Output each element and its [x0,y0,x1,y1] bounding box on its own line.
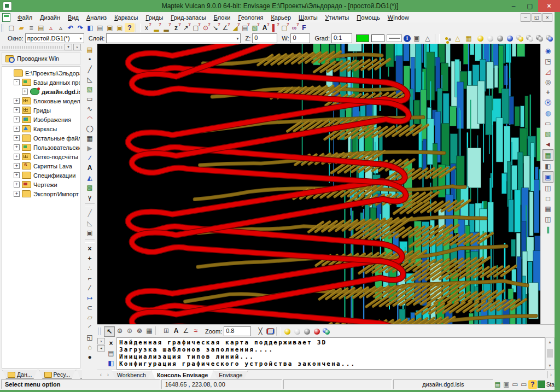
query-grade-icon[interactable]: ◢? [230,23,240,32]
contour-icon[interactable]: ≈ [191,326,201,336]
select-mode-icon[interactable]: ↖ [104,326,115,337]
image-insert-icon[interactable]: ▩ [85,183,95,192]
3d-viewport[interactable] [97,44,540,324]
point-blue-icon[interactable] [505,34,515,43]
snap-grid-icon[interactable]: ▦ [144,326,154,336]
dock-tab-Ресу[interactable]: Ресу... [39,370,76,379]
segment-tool-icon[interactable]: ╱ [85,208,95,218]
new-document-icon[interactable]: ▢ [7,23,16,32]
menu-window[interactable]: Window [384,13,413,22]
scroll-down-icon[interactable]: ▼ [546,361,554,369]
console-output[interactable]: Найденная графическая карта поддерживает… [116,337,545,370]
fill-swatch[interactable] [371,34,385,43]
panel-close-button[interactable]: × [73,44,81,50]
query-link-icon[interactable]: ∞? [289,23,299,32]
bomb-tool-icon[interactable]: ● [85,352,95,362]
menu-блоки[interactable]: Блоки [210,13,235,22]
dock-tab-Дан[interactable]: Дан... [2,370,38,379]
file-list-icon[interactable]: ≡ [26,23,36,32]
console-collapse-button[interactable]: ◂ [97,345,105,352]
menu-файл[interactable]: Файл [14,13,36,22]
view-wireframe-icon[interactable]: ◧ [543,161,553,171]
trim-tool-icon[interactable]: ⁄ [85,283,95,293]
tree-item[interactable]: +Блоковые модели [2,96,80,106]
draw-pen-icon[interactable]: ∕ [85,153,95,163]
menu-карьер[interactable]: Карьер [267,13,295,22]
tree-item[interactable]: +Изображения [2,115,80,124]
menu-грид-запасы[interactable]: Грид-запасы [167,13,209,22]
point-yellow-icon[interactable] [476,34,486,43]
console-close-button[interactable]: × [97,338,105,344]
layer-combo[interactable]: ▾ [106,33,241,43]
connect-points-icon[interactable] [442,34,452,43]
tree-item[interactable]: +Сетко-подсчёты [2,152,80,161]
slice-view-icon[interactable]: ∥ [543,224,553,235]
tree-item[interactable]: +Гриды [2,106,80,115]
tree-item[interactable]: +Каркасы [2,124,80,133]
text-style-icon[interactable]: ◭ [85,173,95,183]
ball-red-icon[interactable] [312,327,322,336]
label-icon[interactable]: A [171,326,181,336]
measure-elevation-icon[interactable]: z? [171,23,181,32]
info-icon[interactable]: i [404,35,411,42]
tree-item[interactable]: +Остальные файлы [2,133,80,143]
expand-icon[interactable]: + [14,182,20,188]
menu-гриды[interactable]: Гриды [142,13,167,22]
move-object-icon[interactable]: + [85,254,95,264]
function-keys-icon[interactable]: F [299,23,309,32]
open-folder-icon[interactable]: ▰ [16,23,26,32]
pair-gray-icon[interactable] [535,34,545,43]
menu-шахты[interactable]: Шахты [295,13,322,22]
point-tool-icon[interactable]: • [85,55,95,65]
expand-icon[interactable]: + [14,144,20,150]
measure-horizontal-icon[interactable]: ▂? [161,23,171,32]
tray-window-icon[interactable]: ▣ [502,380,511,389]
tree-item[interactable]: -Базы данных проекта [2,78,80,87]
cad-arrow-icon[interactable]: ▶ [85,143,95,153]
tray-help-icon[interactable]: ? [528,380,537,389]
3d-scene[interactable] [97,44,540,324]
minimize-button[interactable]: – [505,0,522,12]
fillet-tool-icon[interactable]: ◜ [85,323,95,332]
arc-tool-icon[interactable]: ◠ [85,114,95,124]
query-bearing-icon[interactable]: ↘? [211,23,220,32]
fence-icon[interactable]: ⊞ [161,326,171,336]
tree-item[interactable]: +Экспорт/Импорт [2,189,80,198]
pan-view-icon[interactable]: + [543,87,553,97]
ball-pair-icon[interactable] [322,327,331,336]
mdi-close-button[interactable]: × [542,13,552,22]
pick-home-icon[interactable]: ⌂ [85,342,95,352]
tray-journal-icon[interactable]: ▤ [493,380,502,389]
tab-workbench[interactable]: Workbench [112,370,151,379]
console-clear-icon[interactable]: × [106,338,116,348]
scroll-up-icon[interactable]: ▲ [546,338,554,346]
text-tool-icon[interactable]: A [85,163,95,173]
ellipse-tool-icon[interactable]: ◯ [85,124,95,133]
center-point-icon[interactable]: ⊕ [115,326,125,336]
menu-геология[interactable]: Геология [234,13,267,22]
expand-icon[interactable]: + [14,107,20,113]
menu-помощь[interactable]: Помощь [353,13,384,22]
grid-points-icon[interactable]: ▦ [85,133,95,143]
image-edit-icon[interactable]: ▧ [543,128,553,139]
query-circle-icon[interactable]: ⊙? [201,23,211,32]
layers-icon[interactable]: ▤ [36,23,46,32]
tree-item[interactable]: E:\Проекты\Эльдорадо [2,68,80,78]
tree-item[interactable]: +Чертежи [2,180,80,189]
mdi-minimize-button[interactable]: – [521,13,530,22]
query-angle-icon[interactable]: ∠? [220,23,230,32]
panel-grip[interactable] [2,46,62,49]
expand-icon[interactable]: + [14,126,20,132]
w-input[interactable]: 0 [290,33,310,43]
expand-icon[interactable]: + [14,172,20,178]
delete-triangulation-icon[interactable]: ▵ [46,23,56,32]
mdi-restore-button[interactable]: ◱ [532,13,541,22]
delete-object-icon[interactable]: × [85,244,95,254]
path-edit-icon[interactable]: ⌐ [85,273,95,283]
query-legend-icon[interactable]: ▌? [270,23,279,32]
menu-утилиты[interactable]: Утилиты [322,13,353,22]
query-layer-icon[interactable]: ▤? [240,23,250,32]
redraw-icon[interactable]: Ⓡ [543,97,553,108]
expand-icon[interactable]: + [14,163,20,169]
zoom-window-icon[interactable]: ◎ [543,77,553,87]
